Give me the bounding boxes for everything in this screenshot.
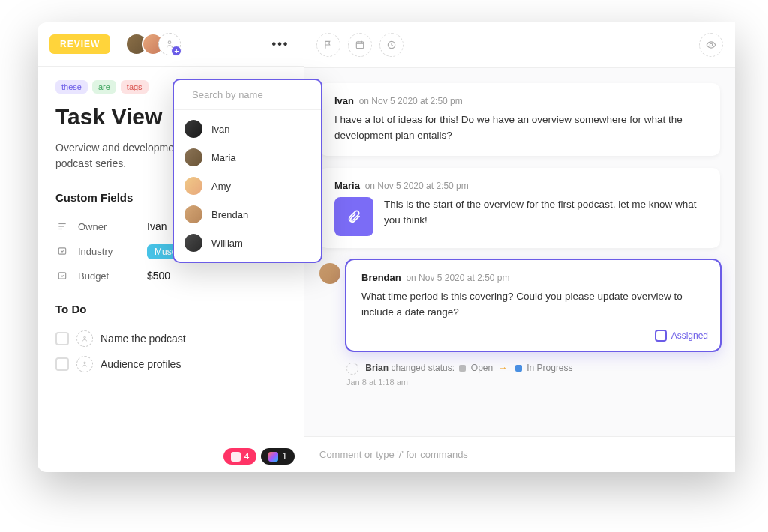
- field-value[interactable]: Ivan: [147, 220, 166, 232]
- people-option[interactable]: William: [174, 229, 321, 257]
- people-option[interactable]: Maria: [174, 143, 321, 172]
- comment-header: Maria on Nov 5 2020 at 2:50 pm: [334, 180, 705, 191]
- add-assignee[interactable]: +: [158, 33, 181, 55]
- people-option[interactable]: Brendan: [174, 200, 321, 229]
- status-chip-progress: [515, 365, 522, 372]
- right-header: [304, 22, 735, 67]
- comment-author: Ivan: [334, 95, 354, 106]
- comment-meta: on Nov 5 2020 at 2:50 pm: [359, 96, 463, 106]
- people-option[interactable]: Amy: [174, 172, 321, 200]
- dropdown-icon: [56, 270, 69, 281]
- todo-label: Audience profiles: [100, 358, 181, 370]
- svg-point-0: [169, 41, 172, 44]
- plus-icon: +: [171, 46, 182, 56]
- comment-card[interactable]: Ivan on Nov 5 2020 at 2:50 pm I have a l…: [320, 83, 720, 156]
- comment-author: Brendan: [362, 272, 401, 283]
- comment-body: I have a lot of ideas for this! Do we ha…: [334, 112, 705, 144]
- people-search-row: [174, 80, 321, 110]
- comment-header: Brendan on Nov 5 2020 at 2:50 pm: [362, 272, 705, 283]
- integrations: 4 1: [224, 448, 295, 465]
- figma-pill[interactable]: 1: [261, 448, 295, 465]
- event-author: Brian: [365, 363, 388, 373]
- assignee-avatars: +: [125, 33, 181, 55]
- arrow-icon: →: [499, 363, 508, 373]
- comment-body: What time period is this covering? Could…: [362, 289, 705, 321]
- assignee-empty[interactable]: [76, 330, 93, 347]
- svg-rect-4: [58, 248, 65, 254]
- assigned-label: Assigned: [671, 330, 708, 341]
- dropdown-icon: [56, 246, 69, 256]
- people-picker-popover: Ivan Maria Amy Brendan William: [172, 79, 322, 263]
- svg-point-13: [710, 43, 712, 46]
- calendar-icon: [355, 40, 365, 50]
- comment-card[interactable]: Maria on Nov 5 2020 at 2:50 pm This is t…: [320, 168, 720, 248]
- todo-item[interactable]: Name the podcast: [56, 326, 286, 351]
- comment-body: This is the start of the overview for th…: [384, 197, 705, 229]
- field-label: Industry: [78, 246, 138, 257]
- avatar: [184, 205, 202, 223]
- field-value[interactable]: $500: [147, 270, 170, 282]
- checkbox[interactable]: [56, 357, 69, 371]
- status-from: Open: [471, 363, 493, 373]
- svg-point-6: [84, 336, 86, 339]
- tag[interactable]: these: [56, 80, 88, 94]
- avatar: [184, 120, 202, 138]
- date-button[interactable]: [348, 33, 372, 57]
- todo-heading: To Do: [56, 303, 286, 315]
- flag-button[interactable]: [316, 33, 340, 57]
- svg-rect-8: [356, 42, 363, 49]
- todo-label: Name the podcast: [100, 333, 186, 345]
- search-input[interactable]: [192, 89, 318, 100]
- app-window: REVIEW + ••• these are tags Task View: [38, 22, 735, 472]
- checkbox[interactable]: [56, 332, 69, 345]
- clock-icon: [386, 40, 397, 50]
- person-name: William: [212, 238, 243, 249]
- comment-meta: on Nov 5 2020 at 2:50 pm: [365, 181, 469, 191]
- time-button[interactable]: [380, 33, 404, 57]
- assigned-badge[interactable]: Assigned: [655, 330, 708, 342]
- comment-meta: on Nov 5 2020 at 2:50 pm: [406, 273, 509, 283]
- person-name: Brendan: [212, 209, 248, 220]
- avatar-empty: [346, 363, 358, 375]
- paperclip-icon: [346, 209, 362, 224]
- invision-pill[interactable]: 4: [224, 448, 257, 465]
- status-chip-open: [459, 365, 466, 372]
- assignee-empty[interactable]: [76, 356, 93, 372]
- person-icon: [81, 335, 88, 342]
- person-name: Maria: [212, 152, 236, 163]
- comment-card[interactable]: Brendan on Nov 5 2020 at 2:50 pm What ti…: [346, 260, 720, 351]
- event-timestamp: Jan 8 at 1:18 am: [346, 378, 720, 387]
- people-option[interactable]: Ivan: [174, 115, 321, 143]
- tag[interactable]: are: [92, 80, 116, 94]
- comment-header: Ivan on Nov 5 2020 at 2:50 pm: [334, 95, 705, 106]
- comment-author: Maria: [334, 180, 360, 191]
- status-change-event: Brian changed status: Open → In Progress: [346, 363, 720, 375]
- invision-icon: [231, 452, 241, 462]
- person-name: Ivan: [212, 124, 230, 135]
- event-text: changed status:: [391, 363, 454, 373]
- person-icon: [81, 360, 88, 368]
- watch-button[interactable]: [699, 33, 723, 57]
- avatar: [184, 234, 202, 252]
- todo-item[interactable]: Audience profiles: [56, 351, 286, 377]
- more-button[interactable]: •••: [269, 33, 292, 55]
- comment-input[interactable]: Comment or type '/' for commands: [304, 436, 735, 472]
- figma-icon: [268, 452, 278, 462]
- eye-icon: [706, 40, 716, 50]
- avatar: [184, 177, 202, 195]
- field-label: Budget: [78, 270, 138, 282]
- checkbox-icon: [655, 330, 667, 342]
- tag[interactable]: tags: [121, 80, 148, 94]
- person-name: Amy: [212, 181, 231, 192]
- pill-count: 4: [244, 451, 250, 462]
- status-to: In Progress: [526, 363, 572, 373]
- avatar: [184, 148, 202, 166]
- text-field-icon: [56, 221, 69, 232]
- comments-area: Ivan on Nov 5 2020 at 2:50 pm I have a l…: [304, 68, 735, 436]
- people-list: Ivan Maria Amy Brendan William: [174, 110, 321, 262]
- pill-count: 1: [282, 451, 287, 462]
- attachment-button[interactable]: [334, 197, 374, 236]
- avatar[interactable]: [320, 263, 340, 284]
- status-pill-review[interactable]: REVIEW: [50, 34, 110, 54]
- svg-point-7: [84, 362, 86, 364]
